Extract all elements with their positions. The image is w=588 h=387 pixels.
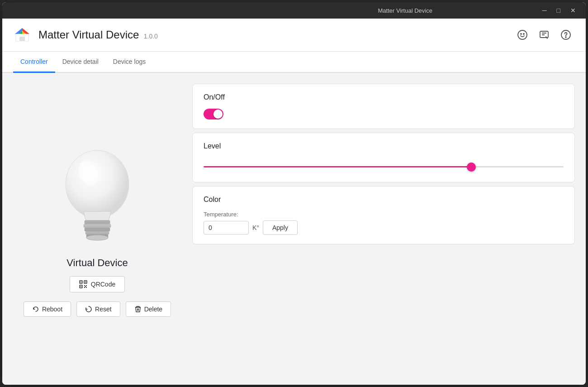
close-button[interactable]: ✕ bbox=[566, 5, 580, 15]
feedback-icon bbox=[539, 29, 550, 40]
qrcode-button[interactable]: QRCode bbox=[70, 276, 125, 292]
header-actions bbox=[513, 26, 575, 44]
temperature-unit: K° bbox=[252, 224, 259, 231]
tab-controller[interactable]: Controller bbox=[13, 52, 55, 73]
qrcode-icon bbox=[79, 280, 87, 288]
help-button[interactable] bbox=[557, 26, 575, 44]
right-panel: On/Off Level Color Temperature: bbox=[192, 73, 586, 385]
app-header: Matter Virtual Device 1.0.0 bbox=[2, 19, 586, 52]
help-icon bbox=[560, 29, 571, 40]
reboot-button[interactable]: Reboot bbox=[24, 301, 71, 317]
svg-point-18 bbox=[86, 235, 108, 240]
bulb-image bbox=[52, 141, 142, 250]
emoji-icon bbox=[517, 29, 528, 40]
delete-label: Delete bbox=[144, 306, 162, 313]
temperature-row: K° Apply bbox=[204, 220, 564, 235]
reboot-icon bbox=[32, 306, 39, 313]
device-name: Virtual Device bbox=[66, 257, 128, 269]
title-bar: Matter Virtual Device ─ □ ✕ bbox=[2, 2, 586, 19]
left-panel: Virtual Device bbox=[2, 73, 192, 385]
emoji-button[interactable] bbox=[513, 26, 531, 44]
apply-button[interactable]: Apply bbox=[263, 220, 298, 235]
bulb-container: Virtual Device bbox=[24, 141, 171, 317]
svg-point-5 bbox=[523, 33, 524, 34]
slider-wrapper bbox=[204, 158, 564, 173]
reset-label: Reset bbox=[95, 306, 112, 313]
header-title-group: Matter Virtual Device 1.0.0 bbox=[38, 29, 158, 41]
color-card: Color Temperature: K° Apply bbox=[192, 186, 575, 244]
svg-rect-33 bbox=[85, 286, 86, 287]
tab-bar: Controller Device detail Device logs bbox=[2, 52, 586, 73]
svg-rect-26 bbox=[85, 282, 86, 282]
svg-rect-14 bbox=[84, 224, 111, 228]
svg-rect-29 bbox=[84, 285, 85, 286]
svg-rect-2 bbox=[19, 37, 25, 41]
on-off-toggle[interactable] bbox=[204, 109, 223, 119]
svg-point-3 bbox=[518, 30, 527, 39]
on-off-title: On/Off bbox=[204, 93, 564, 101]
action-buttons: Reboot Reset bbox=[24, 301, 171, 317]
minimize-button[interactable]: ─ bbox=[538, 5, 551, 15]
svg-point-4 bbox=[521, 33, 522, 34]
tab-device-detail[interactable]: Device detail bbox=[55, 52, 106, 73]
window-controls: ─ □ ✕ bbox=[538, 5, 580, 15]
svg-rect-13 bbox=[85, 220, 110, 224]
svg-rect-32 bbox=[86, 287, 87, 288]
reset-icon bbox=[85, 306, 92, 313]
feedback-button[interactable] bbox=[535, 26, 553, 44]
app-name: Matter Virtual Device bbox=[38, 29, 139, 41]
level-card: Level bbox=[192, 133, 575, 182]
temperature-input[interactable] bbox=[204, 221, 249, 234]
app-logo bbox=[13, 26, 31, 44]
svg-rect-16 bbox=[85, 231, 109, 234]
svg-rect-15 bbox=[85, 228, 110, 231]
qrcode-label: QRCode bbox=[91, 281, 115, 288]
svg-rect-6 bbox=[540, 31, 548, 38]
app-version: 1.0.0 bbox=[144, 33, 158, 40]
reboot-label: Reboot bbox=[42, 306, 62, 313]
level-slider[interactable] bbox=[204, 166, 564, 167]
reset-button[interactable]: Reset bbox=[76, 301, 120, 317]
svg-point-10 bbox=[565, 37, 566, 38]
svg-rect-28 bbox=[81, 286, 81, 287]
color-title: Color bbox=[204, 196, 564, 204]
title-bar-title: Matter Virtual Device bbox=[273, 7, 538, 14]
svg-rect-30 bbox=[86, 285, 87, 286]
maximize-button[interactable]: □ bbox=[552, 5, 565, 15]
delete-icon bbox=[134, 306, 142, 313]
main-content: Virtual Device bbox=[2, 73, 586, 385]
toggle-slider bbox=[204, 109, 223, 119]
svg-point-11 bbox=[66, 150, 129, 218]
level-title: Level bbox=[204, 142, 564, 150]
delete-button[interactable]: Delete bbox=[126, 301, 171, 317]
temperature-label: Temperature: bbox=[204, 211, 564, 218]
header-left: Matter Virtual Device 1.0.0 bbox=[13, 26, 158, 44]
toggle-wrapper bbox=[204, 109, 564, 119]
tab-device-logs[interactable]: Device logs bbox=[106, 52, 153, 73]
svg-rect-31 bbox=[84, 287, 85, 288]
app-window: Matter Virtual Device ─ □ ✕ bbox=[2, 2, 586, 385]
svg-rect-24 bbox=[81, 282, 81, 282]
on-off-card: On/Off bbox=[192, 84, 575, 129]
